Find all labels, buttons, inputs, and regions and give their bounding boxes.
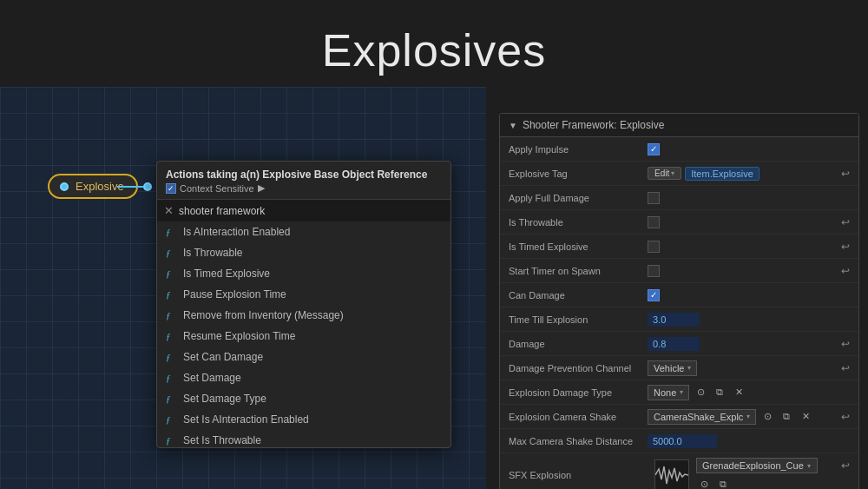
- node-body[interactable]: Explosive: [48, 174, 138, 199]
- panel-collapse-arrow[interactable]: ▼: [509, 121, 517, 130]
- function-icon: ƒ: [166, 373, 178, 383]
- list-item[interactable]: ƒIs Throwable: [157, 242, 450, 263]
- explosion-damage-type-dropdown[interactable]: None ▾: [648, 385, 689, 400]
- context-menu: Actions taking a(n) Explosive Base Objec…: [156, 161, 451, 448]
- page-title: Explosives: [0, 0, 868, 76]
- prop-value: 3.0: [648, 313, 850, 327]
- prop-label: Can Damage: [509, 290, 648, 301]
- function-icon: ƒ: [166, 227, 178, 237]
- sfx-dropdown[interactable]: GrenadeExplosion_Cue ▾: [696, 458, 818, 473]
- clear-icon[interactable]: ✕: [731, 385, 746, 400]
- dropdown-value: None: [654, 387, 676, 398]
- edit-button[interactable]: Edit ▾: [648, 167, 681, 180]
- reset-icon[interactable]: ↩: [841, 411, 850, 423]
- prop-can-damage: Can Damage ✓: [500, 283, 858, 307]
- prop-max-camera-shake-distance: Max Camera Shake Distance 5000.0: [500, 429, 858, 453]
- function-icon: ƒ: [166, 414, 178, 425]
- damage-prevention-dropdown[interactable]: Vehicle ▾: [648, 360, 697, 376]
- prop-label: Is Timed Explosive: [509, 241, 648, 252]
- reset-icon[interactable]: ↩: [841, 241, 850, 253]
- apply-full-damage-checkbox[interactable]: [648, 192, 660, 204]
- camera-shake-dropdown[interactable]: CameraShake_Explc ▾: [648, 409, 756, 425]
- prop-label: Apply Impulse: [509, 144, 648, 155]
- prop-label: Start Timer on Spawn: [509, 266, 648, 276]
- copy-icon[interactable]: ⧉: [779, 409, 794, 425]
- node-left-pin: [60, 182, 69, 191]
- clear-icon[interactable]: ✕: [798, 409, 813, 425]
- is-timed-explosive-checkbox[interactable]: [648, 241, 660, 253]
- copy-icon[interactable]: ⧉: [715, 476, 731, 489]
- apply-impulse-checkbox[interactable]: ✓: [648, 143, 660, 155]
- function-icon: ƒ: [166, 289, 178, 300]
- prop-value: None ▾ ⊙ ⧉ ✕: [648, 385, 850, 400]
- list-item[interactable]: ƒRemove from Inventory (Message): [157, 305, 450, 326]
- prop-value: 5000.0: [648, 434, 850, 448]
- node-explosive[interactable]: Explosive: [48, 174, 138, 199]
- list-item[interactable]: ƒSet Damage Type: [157, 388, 450, 409]
- damage-input[interactable]: 0.8: [648, 337, 700, 351]
- prop-explosion-camera-shake: Explosion Camera Shake CameraShake_Explc…: [500, 405, 858, 429]
- prop-apply-full-damage: Apply Full Damage: [500, 186, 858, 210]
- prop-label: Explosive Tag: [509, 169, 648, 179]
- node-right-pin: [117, 182, 152, 191]
- browse-icon[interactable]: ⊙: [696, 476, 712, 489]
- prop-value: ↩: [648, 216, 850, 228]
- can-damage-checkbox[interactable]: ✓: [648, 289, 660, 301]
- prop-label: Explosion Damage Type: [509, 387, 648, 398]
- function-icon: ƒ: [166, 310, 178, 320]
- browse-icon[interactable]: ⊙: [693, 385, 708, 400]
- list-item[interactable]: ƒIs Timed Explosive: [157, 263, 450, 284]
- context-sensitive-row: ✓ Context Sensitive ▶: [166, 182, 442, 194]
- browse-icon[interactable]: ⊙: [760, 409, 775, 425]
- context-sensitive-label: Context Sensitive: [180, 183, 254, 194]
- prop-label: Is Throwable: [509, 217, 648, 228]
- sfx-controls: GrenadeExplosion_Cue ▾ ↩ ⊙ ⧉: [696, 458, 850, 489]
- reset-icon[interactable]: ↩: [841, 216, 850, 228]
- prop-label: Apply Full Damage: [509, 193, 648, 203]
- search-bar[interactable]: ✕ shooter framework: [157, 200, 450, 221]
- search-input[interactable]: shooter framework: [179, 205, 444, 217]
- prop-explosion-damage-type: Explosion Damage Type None ▾ ⊙ ⧉ ✕: [500, 380, 858, 405]
- list-item[interactable]: ƒResume Explosion Time: [157, 326, 450, 347]
- list-item[interactable]: ƒPause Explosion Time: [157, 284, 450, 305]
- prop-value: Vehicle ▾ ↩: [648, 360, 850, 376]
- context-sensitive-checkbox[interactable]: ✓: [166, 183, 176, 194]
- prop-value: Edit ▾ Item.Explosive ↩: [648, 167, 850, 181]
- copy-icon[interactable]: ⧉: [712, 385, 727, 400]
- prop-damage-prevention-channel: Damage Prevention Channel Vehicle ▾ ↩: [500, 356, 858, 380]
- function-icon: ƒ: [166, 393, 178, 404]
- function-icon: ƒ: [166, 352, 178, 362]
- prop-value: ↩: [648, 241, 850, 253]
- prop-value: [648, 192, 850, 204]
- reset-icon[interactable]: ↩: [841, 338, 850, 350]
- prop-label: Explosion Camera Shake: [509, 412, 648, 422]
- dropdown-value: Vehicle: [654, 363, 684, 373]
- sfx-bottom-row: ⊙ ⧉: [696, 476, 850, 489]
- dropdown-value: CameraShake_Explc: [654, 412, 743, 422]
- time-till-explosion-input[interactable]: 3.0: [648, 313, 700, 327]
- reset-icon[interactable]: ↩: [841, 459, 850, 472]
- list-item[interactable]: ƒSet Damage: [157, 367, 450, 388]
- sfx-waveform-thumbnail: [654, 459, 689, 490]
- function-icon: ƒ: [166, 331, 178, 341]
- list-item[interactable]: ƒSet Can Damage: [157, 347, 450, 367]
- prop-apply-impulse: Apply Impulse ✓: [500, 137, 858, 162]
- reset-icon[interactable]: ↩: [841, 265, 850, 277]
- list-item[interactable]: ƒSet Is Throwable: [157, 430, 450, 447]
- prop-damage: Damage 0.8 ↩: [500, 332, 858, 356]
- reset-icon[interactable]: ↩: [841, 168, 850, 180]
- start-timer-checkbox[interactable]: [648, 265, 660, 277]
- prop-value: CameraShake_Explc ▾ ⊙ ⧉ ✕ ↩: [648, 409, 850, 425]
- prop-value: ✓: [648, 289, 850, 301]
- panel-header: ▼ Shooter Framework: Explosive: [500, 114, 858, 137]
- context-menu-items: ƒIs AInteraction Enabled ƒIs Throwable ƒ…: [157, 221, 450, 447]
- context-header: Actions taking a(n) Explosive Base Objec…: [157, 162, 450, 200]
- chevron-down-icon: ▾: [687, 364, 691, 372]
- list-item[interactable]: ƒSet Is AInteraction Enabled: [157, 409, 450, 430]
- list-item[interactable]: ƒIs AInteraction Enabled: [157, 221, 450, 242]
- reset-icon[interactable]: ↩: [841, 362, 850, 374]
- prop-is-throwable: Is Throwable ↩: [500, 210, 858, 235]
- search-clear-icon[interactable]: ✕: [164, 204, 174, 217]
- is-throwable-checkbox[interactable]: [648, 216, 660, 228]
- max-camera-shake-input[interactable]: 5000.0: [648, 434, 717, 448]
